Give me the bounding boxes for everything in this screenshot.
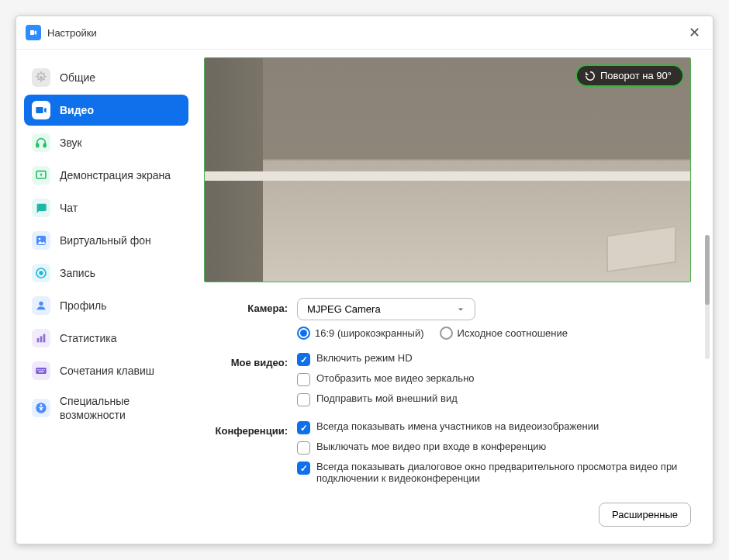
checkbox-unchecked-icon [297,441,310,455]
hd-checkbox-row[interactable]: Включить режим HD [297,352,691,366]
ratio-wide-option[interactable]: 16:9 (широкоэкранный) [297,327,424,340]
sidebar-item-label: Сочетания клавиш [60,364,154,378]
svg-rect-14 [40,369,40,370]
show-names-checkbox-row[interactable]: Всегда показывать имена участников на ви… [297,420,691,434]
aspect-ratio-group: 16:9 (широкоэкранный) Исходное соотношен… [297,327,691,340]
sidebar-item-label: Статистика [60,331,117,345]
gear-icon [32,68,50,87]
svg-rect-16 [43,369,44,370]
touchup-label: Подправить мой внешний вид [316,392,458,404]
record-icon [32,264,50,282]
svg-rect-10 [40,336,43,342]
checkbox-checked-icon [297,461,310,475]
checkbox-unchecked-icon [297,373,310,386]
sidebar-item-label: Специальные возможности [60,394,181,422]
svg-rect-13 [37,369,38,370]
settings-grid: Камера: MJPEG Camera 16:9 (широкоэкранны… [204,298,691,490]
sidebar: Общие Видео Звук Демонстрация экрана [16,50,196,544]
svg-rect-9 [37,338,40,342]
window-body: Общие Видео Звук Демонстрация экрана [16,50,713,544]
ratio-original-label: Исходное соотношение [458,327,568,339]
svg-point-7 [39,271,43,275]
rotate-90-button[interactable]: Поворот на 90° [575,64,684,87]
sidebar-item-accessibility[interactable]: Специальные возможности [24,388,188,428]
sidebar-item-label: Профиль [60,299,106,313]
sidebar-item-statistics[interactable]: Статистика [24,323,188,354]
svg-rect-1 [36,143,39,147]
sidebar-item-label: Запись [60,266,95,280]
app-icon [26,25,41,40]
conference-label: Конференции: [204,420,297,490]
settings-window: Настройки ✕ Общие Видео Звук [16,16,713,544]
sidebar-item-recording[interactable]: Запись [24,258,188,289]
checkbox-unchecked-icon [297,393,310,406]
svg-point-8 [39,302,43,306]
radio-checked-icon [297,327,310,340]
svg-rect-15 [42,369,43,370]
headphones-icon [32,133,50,152]
mute-video-label: Выключать мое видео при входе в конферен… [316,441,546,452]
mirror-checkbox-row[interactable]: Отобразить мое видео зеркально [297,372,691,386]
ratio-wide-label: 16:9 (широкоэкранный) [315,327,424,339]
content-area: Поворот на 90° Камера: MJPEG Camera [196,50,713,544]
background-icon [32,231,50,250]
svg-rect-17 [39,372,44,372]
show-names-label: Всегда показывать имена участников на ви… [316,420,599,432]
titlebar: Настройки ✕ [16,16,713,50]
sidebar-item-label: Чат [60,201,78,215]
touchup-checkbox-row[interactable]: Подправить мой внешний вид [297,392,691,406]
sidebar-item-label: Демонстрация экрана [60,168,171,182]
advanced-button[interactable]: Расширенные [599,503,691,527]
stats-icon [32,329,50,347]
sidebar-item-label: Звук [60,136,82,150]
scrollbar[interactable] [705,235,710,359]
sidebar-item-video[interactable]: Видео [24,95,188,126]
sidebar-item-share-screen[interactable]: Демонстрация экрана [24,160,188,191]
camera-selected: MJPEG Camera [307,303,381,315]
keyboard-icon [32,361,50,380]
sidebar-item-label: Видео [60,103,94,117]
share-screen-icon [32,166,50,185]
video-icon [32,101,50,119]
chat-icon [32,199,50,217]
sidebar-item-general[interactable]: Общие [24,62,188,93]
window-title: Настройки [47,27,686,39]
sidebar-item-chat[interactable]: Чат [24,192,188,223]
conference-row: Конференции: Всегда показывать имена уча… [204,420,691,490]
sidebar-item-label: Общие [60,71,95,85]
scrollbar-thumb[interactable] [705,235,710,305]
preview-dialog-label: Всегда показывать диалоговое окно предва… [316,461,691,484]
camera-dropdown[interactable]: MJPEG Camera [297,298,475,320]
profile-icon [32,296,50,315]
radio-unchecked-icon [440,327,453,340]
sidebar-item-audio[interactable]: Звук [24,127,188,158]
myvideo-label: Мое видео: [204,352,297,413]
svg-rect-2 [43,143,46,147]
svg-point-5 [39,238,41,240]
chevron-down-icon [456,305,465,314]
close-button[interactable]: ✕ [686,22,703,43]
camera-row: Камера: MJPEG Camera 16:9 (широкоэкранны… [204,298,691,344]
svg-point-19 [40,405,43,407]
rotate-label: Поворот на 90° [600,70,672,81]
video-preview: Поворот на 90° [204,57,691,282]
svg-rect-12 [36,368,46,374]
hd-label: Включить режим HD [316,352,413,364]
sidebar-item-virtual-background[interactable]: Виртуальный фон [24,225,188,256]
sidebar-item-shortcuts[interactable]: Сочетания клавиш [24,355,188,386]
preview-dialog-checkbox-row[interactable]: Всегда показывать диалоговое окно предва… [297,461,691,484]
mirror-label: Отобразить мое видео зеркально [316,372,475,384]
mute-video-checkbox-row[interactable]: Выключать мое видео при входе в конферен… [297,441,691,455]
sidebar-item-label: Виртуальный фон [60,233,151,247]
ratio-original-option[interactable]: Исходное соотношение [440,327,568,340]
rotate-icon [585,71,596,81]
checkbox-checked-icon [297,421,310,434]
sidebar-item-profile[interactable]: Профиль [24,290,188,321]
svg-rect-11 [43,334,46,343]
checkbox-checked-icon [297,353,310,366]
accessibility-icon [32,399,50,417]
camera-label: Камера: [204,298,297,344]
myvideo-row: Мое видео: Включить режим HD Отобразить … [204,352,691,413]
